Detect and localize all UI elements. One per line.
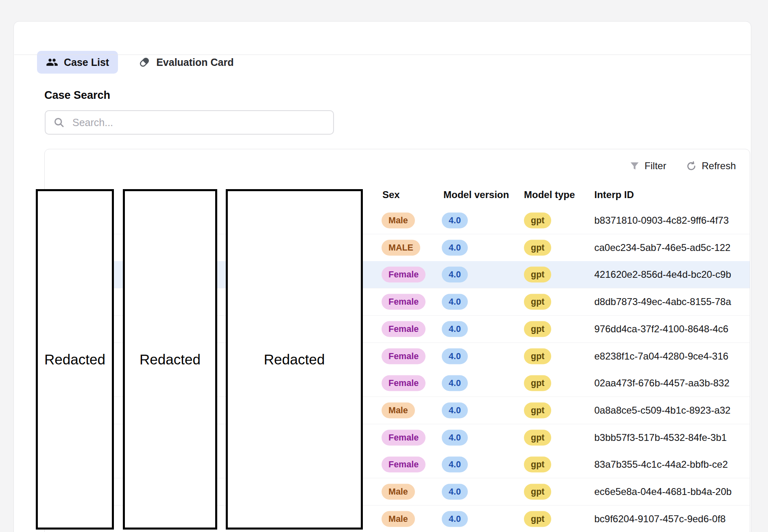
sex-badge: Female bbox=[382, 430, 425, 445]
redacted-label: Redacted bbox=[44, 351, 105, 368]
tab-case-list-label: Case List bbox=[64, 57, 109, 68]
tabs-divider bbox=[14, 55, 751, 55]
sex-badge: Female bbox=[382, 294, 425, 310]
model-type-badge: gpt bbox=[524, 457, 551, 473]
model-version-badge: 4.0 bbox=[442, 430, 468, 445]
model-type-badge: gpt bbox=[524, 321, 551, 337]
table-toolbar: Filter Refresh bbox=[629, 149, 750, 183]
interp-id: bc9f6204-9107-457c-9ed6-0f8 bbox=[594, 513, 726, 525]
model-version-badge: 4.0 bbox=[442, 511, 468, 527]
interp-id: 0a8a8ce5-c509-4b1c-8923-a32 bbox=[594, 405, 731, 416]
interp-id: d8db7873-49ec-4abc-8155-78a bbox=[594, 296, 731, 307]
people-icon bbox=[46, 56, 58, 68]
sex-badge: Male bbox=[382, 402, 415, 418]
model-type-badge: gpt bbox=[524, 511, 551, 527]
model-type-badge: gpt bbox=[524, 375, 551, 391]
sex-badge: MALE bbox=[382, 240, 420, 255]
model-version-badge: 4.0 bbox=[442, 294, 468, 310]
model-type-badge: gpt bbox=[524, 430, 551, 445]
sex-badge: Male bbox=[382, 213, 415, 229]
model-version-badge: 4.0 bbox=[442, 240, 468, 255]
col-header-model-type: Model type bbox=[524, 189, 575, 201]
model-type-badge: gpt bbox=[524, 348, 551, 364]
interp-id: 83a7b355-4c1c-44a2-bbfb-ce2 bbox=[594, 459, 728, 470]
filter-button[interactable]: Filter bbox=[629, 160, 666, 172]
model-version-badge: 4.0 bbox=[442, 267, 468, 283]
model-version-badge: 4.0 bbox=[442, 402, 468, 418]
sex-badge: Female bbox=[382, 457, 425, 473]
interp-id: 421620e2-856d-4e4d-bc20-c9b bbox=[594, 269, 731, 280]
interp-id: ca0ec234-5ab7-46e5-ad5c-122 bbox=[594, 242, 731, 253]
redacted-overlay-last-name-column: Redacted bbox=[123, 189, 217, 530]
app-root: Case List Evaluation Card Case Search bbox=[0, 0, 768, 532]
sex-badge: Female bbox=[382, 267, 425, 283]
filter-icon bbox=[629, 161, 640, 171]
sex-badge: Female bbox=[382, 348, 425, 364]
model-type-badge: gpt bbox=[524, 240, 551, 255]
model-version-badge: 4.0 bbox=[442, 213, 468, 229]
redacted-overlay-case-column: Redacted bbox=[36, 189, 114, 530]
sex-badge: Male bbox=[382, 511, 415, 527]
model-version-badge: 4.0 bbox=[442, 321, 468, 337]
model-type-badge: gpt bbox=[524, 402, 551, 418]
redacted-label: Redacted bbox=[264, 351, 325, 368]
tab-evaluation-card-label: Evaluation Card bbox=[156, 57, 233, 68]
sex-badge: Female bbox=[382, 375, 425, 391]
redacted-label: Redacted bbox=[140, 351, 201, 368]
redacted-overlay-first-name-dob-columns: Redacted bbox=[226, 189, 363, 530]
case-search-title: Case Search bbox=[44, 89, 110, 102]
col-header-model-version: Model version bbox=[443, 189, 509, 201]
sex-badge: Female bbox=[382, 321, 425, 337]
interp-id: 02aa473f-676b-4457-aa3b-832 bbox=[594, 377, 729, 389]
model-version-badge: 4.0 bbox=[442, 457, 468, 473]
model-type-badge: gpt bbox=[524, 267, 551, 283]
col-header-sex: Sex bbox=[382, 189, 400, 201]
refresh-icon bbox=[686, 161, 697, 172]
interp-id: b8371810-0903-4c82-9ff6-4f73 bbox=[594, 215, 729, 226]
interp-id: b3bb57f3-517b-4532-84fe-3b1 bbox=[594, 432, 727, 443]
model-version-badge: 4.0 bbox=[442, 484, 468, 500]
search-icon bbox=[53, 116, 65, 129]
interp-id: ec6e5e8a-04e4-4681-bb4a-20b bbox=[594, 486, 732, 497]
col-header-interp-id: Interp ID bbox=[594, 189, 634, 201]
model-type-badge: gpt bbox=[524, 484, 551, 500]
interp-id: 976dd4ca-37f2-4100-8648-4c6 bbox=[594, 323, 729, 335]
model-version-badge: 4.0 bbox=[442, 348, 468, 364]
interp-id: e8238f1c-7a04-4280-9ce4-316 bbox=[594, 351, 729, 362]
sex-badge: Male bbox=[382, 484, 415, 500]
search-input-wrapper bbox=[45, 110, 334, 135]
refresh-button[interactable]: Refresh bbox=[686, 160, 736, 172]
pill-icon bbox=[138, 56, 151, 68]
model-type-badge: gpt bbox=[524, 213, 551, 229]
model-version-badge: 4.0 bbox=[442, 375, 468, 391]
search-input[interactable] bbox=[72, 116, 326, 129]
model-type-badge: gpt bbox=[524, 294, 551, 310]
